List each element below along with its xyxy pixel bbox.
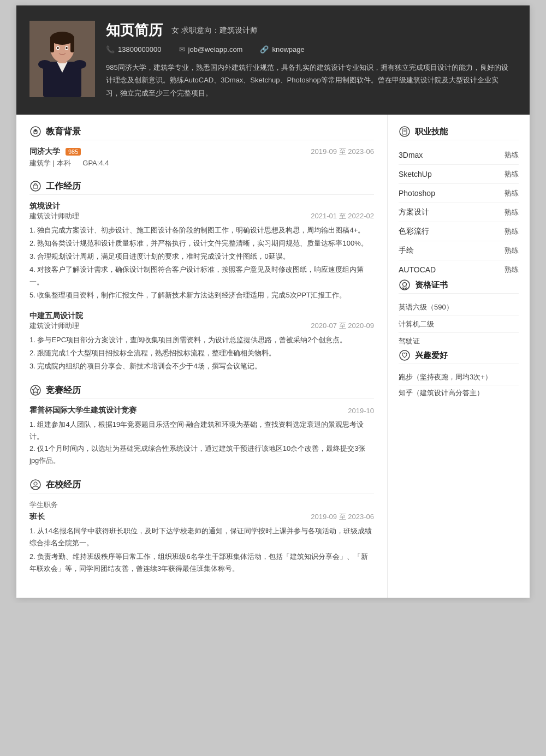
skills-icon [399,126,411,138]
cert-item-0: 英语六级（590） [399,299,519,316]
comp-name-row-0: 霍普杯国际大学生建筑设计竞赛 2019-10 [29,406,374,415]
svg-marker-18 [32,387,39,394]
skill-row-4: 色彩流行 熟练 [399,222,519,241]
hobbies-title: 兴趣爱好 [399,349,519,364]
cert-item-2: 驾驶证 [399,333,519,349]
skill-level-2: 熟练 [505,188,519,198]
email-icon: ✉ [179,45,185,53]
main-layout: 教育背景 同济大学 985 2019-09 至 2023-06 建筑学 | 本科… [16,115,530,598]
duty-item: 1. 独自完成方案设计、初步设计、施工图设计各阶段的制图工作，明确设计思想及构思… [29,224,374,236]
duty-item: 2. 跟随完成1个大型项目招投标全流程，熟悉招投标流程，整理准确相关物料。 [29,347,374,359]
right-column: 职业技能 3Dmax 熟练 SketchUp 熟练 Photoshop 熟练 [388,115,530,598]
duty-item: 2. 熟知各类设计规范和设计质量标准，并严格执行，设计文件完整清晰，实习期间规范… [29,237,374,249]
work-title: 工作经历 [29,180,374,195]
left-column: 教育背景 同济大学 985 2019-09 至 2023-06 建筑学 | 本科… [16,115,388,598]
education-label: 教育背景 [46,126,81,138]
skill-level-4: 熟练 [505,227,519,236]
campus-title: 在校经历 [29,479,374,493]
work-icon [29,180,41,192]
campus-role-label: 学生职务 [29,500,374,510]
skill-name-2: Photoshop [399,189,435,198]
certs-list: 英语六级（590） 计算机二级 驾驶证 [399,299,519,349]
campus-entry-0: 班长 2019-09 至 2023-06 1. 从14名报名同学中获得班长职位，… [29,512,374,574]
gender-job: 女 求职意向：建筑设计师 [171,26,258,35]
skill-name-1: SketchUp [399,170,432,178]
campus-duties-0: 1. 从14名报名同学中获得班长职位，及时下达学校老师的通知，保证同学按时上课并… [29,525,374,574]
competition-label: 竞赛经历 [46,385,81,396]
website-url: knowpage [272,45,304,53]
work-position-1: 建筑设计师助理 [29,321,79,331]
duty-item: 1. 参与EPC项目部分方案设计，查阅收集项目所需资料，为设计总监提供思路，曾被… [29,334,374,346]
skill-level-6: 熟练 [505,265,519,275]
skill-row-1: SketchUp 熟练 [399,165,519,184]
campus-duty-item: 1. 从14名报名同学中获得班长职位，及时下达学校老师的通知，保证同学按时上课并… [29,525,374,549]
edu-gpa: GPA:4.4 [82,159,109,167]
skill-level-3: 熟练 [505,207,519,217]
campus-label: 在校经历 [46,479,81,491]
website-contact: 🔗 knowpage [260,45,304,53]
applicant-name: 知页简历 [106,21,163,40]
campus-icon [29,479,41,491]
header-contacts: 📞 13800000000 ✉ job@weiapp.com 🔗 knowpag… [106,45,512,53]
campus-position-0: 班长 [29,512,45,522]
hobbies-label: 兴趣爱好 [415,350,448,361]
duty-item: 4. 对接客户了解设计需求，确保设计制图符合客户设计标准，按照客户意见及时修改图… [29,264,374,288]
hobby-item-0: 跑步（坚持夜跑，周均3次+） [399,370,519,385]
hobbies-list: 跑步（坚持夜跑，周均3次+） 知乎（建筑设计高分答主） [399,370,519,401]
phone-contact: 📞 13800000000 [106,45,162,53]
skill-name-0: 3Dmax [399,151,423,159]
skill-level-1: 熟练 [505,169,519,179]
svg-rect-7 [70,36,74,52]
svg-point-15 [31,181,40,191]
education-section: 教育背景 同济大学 985 2019-09 至 2023-06 建筑学 | 本科… [29,126,374,168]
svg-point-12 [38,60,51,69]
skill-level-5: 熟练 [505,246,519,255]
comp-name-0: 霍普杯国际大学生建筑设计竞赛 [29,406,136,415]
svg-point-26 [403,283,407,287]
skill-row-6: AUTOCAD 熟练 [399,260,519,279]
work-position-0: 建筑设计师助理 [29,211,79,221]
profile-photo [29,21,95,97]
skill-name-3: 方案设计 [399,207,429,217]
duty-item: 3. 合理规划设计周期，满足项目进度计划的要求，准时完成设计文件图纸，0延误。 [29,251,374,263]
comp-duty-item: 1. 组建参加4人团队，根据19年竞赛题目乐活空间-融合建筑和环境为基础，查找资… [29,419,374,443]
profile-summary: 985同济大学，建筑学专业，熟悉国内外建筑行业规范，具备扎实的建筑设计专业知识，… [106,61,512,99]
work-date-0: 2021-01 至 2022-02 [311,211,374,221]
edu-date: 2019-09 至 2023-06 [311,147,374,157]
header-name-row: 知页简历 女 求职意向：建筑设计师 [106,21,512,40]
education-entry: 同济大学 985 2019-09 至 2023-06 建筑学 | 本科 GPA:… [29,147,374,168]
edu-detail: 建筑学 | 本科 GPA:4.4 [29,158,374,168]
email-address: job@weiapp.com [188,45,243,53]
certs-label: 资格证书 [415,280,448,290]
svg-rect-16 [33,185,38,188]
work-company-0: 筑境设计 [29,201,374,211]
skill-row-0: 3Dmax 熟练 [399,146,519,165]
resume-wrapper: 知页简历 女 求职意向：建筑设计师 📞 13800000000 ✉ job@we… [16,5,530,598]
work-section: 工作经历 筑境设计 建筑设计师助理 2021-01 至 2022-02 1. 独… [29,180,374,372]
duty-item: 5. 收集整理项目资料，制作汇报文件，了解新技术新方法达到经济合理适用，完成5次… [29,289,374,301]
svg-point-27 [400,350,410,360]
comp-duty-item: 2. 仅1个月时间内，以选址为基础完成综合性系统设计，通过建筑干预进行该地区10… [29,443,374,467]
header-info: 知页简历 女 求职意向：建筑设计师 📞 13800000000 ✉ job@we… [106,21,512,99]
work-title-row-1: 建筑设计师助理 2020-07 至 2020-09 [29,321,374,331]
skills-label: 职业技能 [415,127,448,137]
edu-school-name-wrap: 同济大学 985 [29,147,81,157]
svg-point-20 [34,482,37,485]
competition-title: 竞赛经历 [29,384,374,399]
edu-badge: 985 [66,148,81,156]
campus-title-row-0: 班长 2019-09 至 2023-06 [29,512,374,522]
work-title-row-0: 建筑设计师助理 2021-01 至 2022-02 [29,211,374,221]
work-duties-0: 1. 独自完成方案设计、初步设计、施工图设计各阶段的制图工作，明确设计思想及构思… [29,224,374,301]
competition-section: 竞赛经历 霍普杯国际大学生建筑设计竞赛 2019-10 1. 组建参加4人团队，… [29,384,374,467]
skill-name-5: 手绘 [399,246,414,255]
svg-point-11 [66,47,68,49]
duty-item: 3. 完成院内组织的项目分享会、新技术培训会不少于4场，撰写会议笔记。 [29,360,374,372]
education-icon [29,126,41,138]
education-title: 教育背景 [29,126,374,140]
comp-duties-0: 1. 组建参加4人团队，根据19年竞赛题目乐活空间-融合建筑和环境为基础，查找资… [29,419,374,467]
certs-title: 资格证书 [399,279,519,294]
hobby-item-1: 知乎（建筑设计高分答主） [399,385,519,401]
svg-point-10 [57,47,59,49]
skill-name-6: AUTOCAD [399,265,436,274]
work-label: 工作经历 [46,181,81,192]
